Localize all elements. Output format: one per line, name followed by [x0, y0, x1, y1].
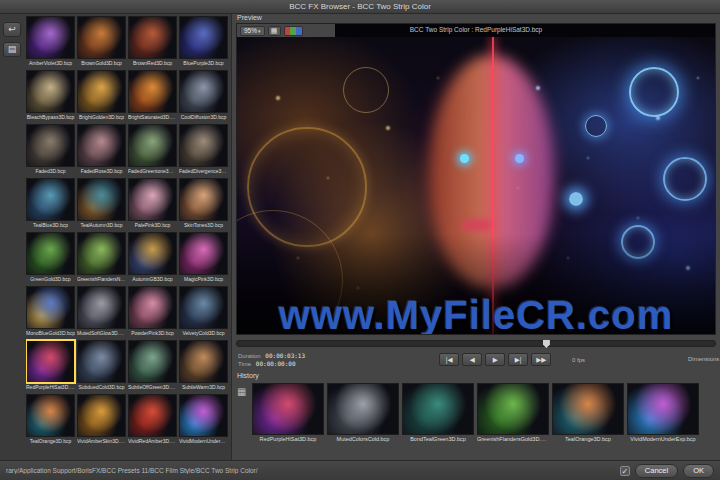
- go-to-end-button[interactable]: ▶▶: [531, 353, 551, 366]
- browser-toolbar: ↩ ▤: [3, 22, 25, 62]
- history-item[interactable]: RedPurpleHiSat3D.bcp: [252, 383, 324, 443]
- preset-item[interactable]: BrownGold3D.bcp: [77, 16, 126, 68]
- preset-item[interactable]: PalePink3D.bcp: [128, 178, 177, 230]
- preset-item[interactable]: BrightGolden3D.bcp: [77, 70, 126, 122]
- history-thumbnail[interactable]: [552, 383, 624, 435]
- history-item[interactable]: TealOrange3D.bcp: [552, 383, 624, 443]
- history-thumbnail[interactable]: [627, 383, 699, 435]
- preset-item[interactable]: AmberViolet3D.bcp: [26, 16, 75, 68]
- preset-thumbnail[interactable]: [77, 178, 126, 221]
- preset-item[interactable]: SubduedCold3D.bcp: [77, 340, 126, 392]
- preset-item[interactable]: SkinTones3D.bcp: [179, 178, 228, 230]
- preset-thumbnail[interactable]: [179, 178, 228, 221]
- checker-toggle-button[interactable]: ▦: [268, 26, 281, 36]
- preset-thumbnail[interactable]: [77, 124, 126, 167]
- preset-thumbnail[interactable]: [77, 70, 126, 113]
- history-label: MutedColorsCold.bcp: [327, 435, 399, 443]
- preset-thumbnail[interactable]: [77, 232, 126, 275]
- preset-thumbnail[interactable]: [179, 232, 228, 275]
- ok-button[interactable]: OK: [683, 464, 714, 478]
- history-thumbnail[interactable]: [402, 383, 474, 435]
- preset-thumbnail[interactable]: [128, 70, 177, 113]
- preset-item[interactable]: AutumnGB3D.bcp: [128, 232, 177, 284]
- preset-item[interactable]: TealAutumn3D.bcp: [77, 178, 126, 230]
- preset-item[interactable]: BrownRed3D.bcp: [128, 16, 177, 68]
- history-thumbnail[interactable]: [252, 383, 324, 435]
- preset-thumbnail[interactable]: [179, 124, 228, 167]
- preset-item[interactable]: VelvetyCold3D.bcp: [179, 286, 228, 338]
- preset-item[interactable]: SubtleOffGreen3D.bcp: [128, 340, 177, 392]
- preset-thumbnail[interactable]: [128, 394, 177, 437]
- preset-thumbnail[interactable]: [179, 340, 228, 383]
- preset-item[interactable]: FadedDivergence3D.bcp: [179, 124, 228, 176]
- preset-item[interactable]: BleachBypass3D.bcp: [26, 70, 75, 122]
- preset-thumbnail[interactable]: [179, 286, 228, 329]
- back-button[interactable]: ↩: [3, 22, 21, 37]
- grid-view-icon[interactable]: ▦: [237, 387, 246, 397]
- history-thumbnail[interactable]: [327, 383, 399, 435]
- preset-thumbnail[interactable]: [26, 286, 75, 329]
- apply-checkbox[interactable]: ✓: [620, 466, 630, 476]
- preset-thumbnail[interactable]: [128, 178, 177, 221]
- preset-browser-panel: ↩ ▤ AmberViolet3D.bcp BrownGold3D.bcp Br…: [0, 14, 232, 460]
- preset-thumbnail[interactable]: [77, 286, 126, 329]
- preset-thumbnail[interactable]: [128, 16, 177, 59]
- preset-thumbnail[interactable]: [77, 340, 126, 383]
- preset-item[interactable]: RedPurpleHiSat3D.bcp: [26, 340, 75, 392]
- preset-item[interactable]: GreenishFlandersNew3D.bcp: [77, 232, 126, 284]
- history-thumbnail[interactable]: [477, 383, 549, 435]
- history-item[interactable]: VividModernUnderExp.bcp: [627, 383, 699, 443]
- timeline-scrubber[interactable]: [236, 340, 716, 347]
- rgb-channels-button[interactable]: [284, 26, 303, 36]
- history-item[interactable]: BondTealGreen3D.bcp: [402, 383, 474, 443]
- preset-item[interactable]: Faded3D.bcp: [26, 124, 75, 176]
- preset-thumbnail[interactable]: [26, 178, 75, 221]
- zoom-control[interactable]: 95% ▾: [240, 26, 265, 36]
- preset-thumbnail[interactable]: [179, 394, 228, 437]
- preset-item[interactable]: VividModernUnderExp.bcp: [179, 394, 228, 446]
- duration-value: 00:00:03:13: [265, 352, 305, 359]
- history-item[interactable]: MutedColorsCold.bcp: [327, 383, 399, 443]
- preset-thumbnail[interactable]: [26, 16, 75, 59]
- preset-thumbnail[interactable]: [26, 394, 75, 437]
- preset-item[interactable]: VividAmberSkin3D.bcp: [77, 394, 126, 446]
- preset-path: rary/Application Support/BorisFX/BCC Pre…: [6, 467, 615, 474]
- preset-thumbnail[interactable]: [26, 232, 75, 275]
- preview-artwork: [237, 37, 716, 335]
- history-item[interactable]: GreenishFlandersGold3D.bcp: [477, 383, 549, 443]
- preset-item[interactable]: BrightSaturated3D.bcp: [128, 70, 177, 122]
- preset-thumbnail[interactable]: [128, 286, 177, 329]
- preset-thumbnail[interactable]: [26, 124, 75, 167]
- preset-thumbnail[interactable]: [77, 16, 126, 59]
- preset-label: VividRedAmber3D.bcp: [128, 437, 177, 445]
- playhead-marker[interactable]: [543, 340, 550, 348]
- preset-item[interactable]: TealOrange3D.bcp: [26, 394, 75, 446]
- preset-thumbnail[interactable]: [128, 232, 177, 275]
- preset-thumbnail[interactable]: [179, 16, 228, 59]
- cancel-button[interactable]: Cancel: [635, 464, 678, 478]
- preset-item[interactable]: CoolDiffusion3D.bcp: [179, 70, 228, 122]
- preset-item[interactable]: MonoBlueGold3D.bcp: [26, 286, 75, 338]
- preset-thumbnail[interactable]: [128, 124, 177, 167]
- preset-item[interactable]: SubtleWarm3D.bcp: [179, 340, 228, 392]
- preset-item[interactable]: FadedRose3D.bcp: [77, 124, 126, 176]
- preset-thumbnail[interactable]: [77, 394, 126, 437]
- preset-thumbnail[interactable]: [179, 70, 228, 113]
- go-to-start-button[interactable]: |◀: [439, 353, 459, 366]
- preset-item[interactable]: VividRedAmber3D.bcp: [128, 394, 177, 446]
- preset-item[interactable]: MagicPink3D.bcp: [179, 232, 228, 284]
- folder-view-button[interactable]: ▤: [3, 42, 21, 57]
- preset-item[interactable]: MutedSoftGlow3D.bcp: [77, 286, 126, 338]
- preset-thumbnail[interactable]: [26, 340, 75, 383]
- preset-item[interactable]: GreenGold3D.bcp: [26, 232, 75, 284]
- preset-item[interactable]: BluePurple3D.bcp: [179, 16, 228, 68]
- preset-label: BrightSaturated3D.bcp: [128, 113, 177, 121]
- step-back-button[interactable]: ◀: [462, 353, 482, 366]
- play-button[interactable]: ▶: [485, 353, 505, 366]
- preset-item[interactable]: FadedGreentone3D.bcp: [128, 124, 177, 176]
- preset-item[interactable]: TealBlue3D.bcp: [26, 178, 75, 230]
- preset-thumbnail[interactable]: [128, 340, 177, 383]
- preset-item[interactable]: PowderPink3D.bcp: [128, 286, 177, 338]
- step-forward-button[interactable]: ▶|: [508, 353, 528, 366]
- preset-thumbnail[interactable]: [26, 70, 75, 113]
